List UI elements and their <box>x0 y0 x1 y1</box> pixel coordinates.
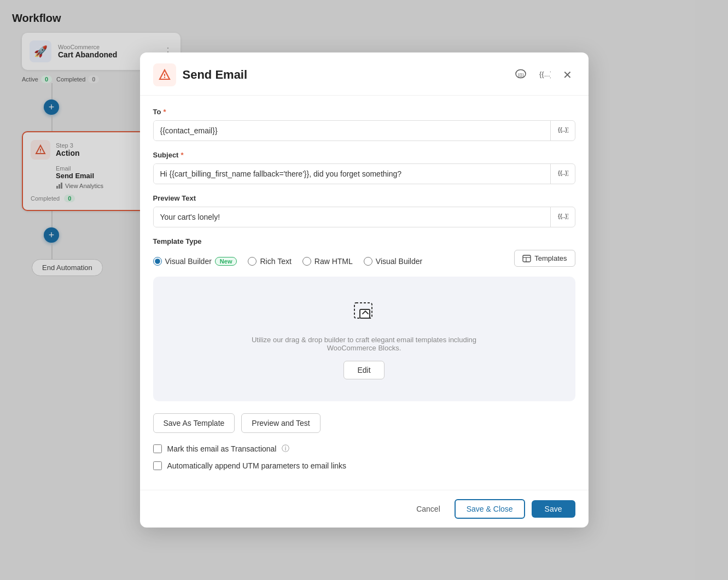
radio-rich-text-label: Rich Text <box>260 257 291 266</box>
utm-checkbox-row: Automatically append UTM parameters to e… <box>153 461 575 470</box>
to-input-row: {{..}} <box>153 120 575 141</box>
modal-header-actions: {{}} {{...}} ✕ <box>511 66 575 84</box>
subject-input[interactable] <box>154 164 550 184</box>
modal-icon <box>153 63 176 86</box>
transactional-checkbox-row: Mark this email as Transactional ⓘ <box>153 444 575 454</box>
template-type-section: Template Type Visual Builder New Rich Te… <box>153 237 575 267</box>
to-required-star: * <box>163 108 166 116</box>
template-type-radio-group: Visual Builder New Rich Text Raw HTML <box>153 257 423 266</box>
code-header-button[interactable]: {{...}} <box>535 67 554 84</box>
to-merge-button[interactable]: {{..}} <box>550 121 575 140</box>
modal-header: Send Email {{}} {{...}} ✕ <box>140 52 589 96</box>
template-type-label: Template Type <box>153 237 575 245</box>
transactional-info-icon[interactable]: ⓘ <box>282 444 289 454</box>
radio-visual-builder-new-input[interactable] <box>153 257 162 266</box>
save-as-template-button[interactable]: Save As Template <box>153 413 235 433</box>
send-email-modal: Send Email {{}} {{...}} ✕ To * {{ <box>140 52 589 528</box>
radio-raw-html-label: Raw HTML <box>315 257 353 266</box>
utm-checkbox[interactable] <box>153 461 162 470</box>
modal-overlay: Send Email {{}} {{...}} ✕ To * {{ <box>0 0 728 580</box>
svg-text:{{..}}: {{..}} <box>558 213 568 219</box>
transactional-checkbox[interactable] <box>153 444 162 453</box>
modal-footer: Cancel Save & Close Save <box>140 490 589 528</box>
new-badge: New <box>215 257 237 266</box>
to-field-label: To * <box>153 108 575 116</box>
preview-text-label: Preview Text <box>153 194 575 202</box>
radio-raw-html[interactable]: Raw HTML <box>302 257 353 266</box>
cancel-button[interactable]: Cancel <box>409 500 448 518</box>
subject-input-row: {{..}} <box>153 163 575 184</box>
subject-required-star: * <box>180 151 183 159</box>
radio-visual-builder-new-label: Visual Builder <box>165 257 212 266</box>
preview-text-input[interactable] <box>154 207 550 227</box>
svg-text:{{..}}: {{..}} <box>558 127 568 133</box>
preview-text-merge-button[interactable]: {{..}} <box>550 207 575 227</box>
bottom-action-buttons: Save As Template Preview and Test <box>153 413 575 433</box>
radio-rich-text-input[interactable] <box>248 257 257 266</box>
svg-text:{{...}}: {{...}} <box>539 70 551 78</box>
svg-text:{{}}: {{}} <box>518 72 524 77</box>
preview-text-input-row: {{..}} <box>153 207 575 227</box>
svg-rect-15 <box>523 255 531 262</box>
radio-visual-builder-new[interactable]: Visual Builder New <box>153 257 237 266</box>
subject-merge-button[interactable]: {{..}} <box>550 164 575 184</box>
radio-visual-builder-label: Visual Builder <box>376 257 422 266</box>
utm-label: Automatically append UTM parameters to e… <box>167 461 347 470</box>
merge-tags-header-button[interactable]: {{}} <box>511 67 530 84</box>
drag-drop-icon <box>350 298 378 336</box>
radio-visual-builder[interactable]: Visual Builder <box>364 257 422 266</box>
editor-description: Utilize our drag & drop builder to craft… <box>228 336 501 352</box>
radio-rich-text[interactable]: Rich Text <box>248 257 291 266</box>
radio-raw-html-input[interactable] <box>302 257 311 266</box>
templates-button-label: Templates <box>534 254 567 262</box>
modal-body: To * {{..}} Subject * {{..}} <box>140 96 589 490</box>
modal-title: Send Email <box>183 68 505 82</box>
save-close-button[interactable]: Save & Close <box>455 499 525 519</box>
subject-field-label: Subject * <box>153 151 575 159</box>
svg-text:{{..}}: {{..}} <box>558 170 568 176</box>
radio-visual-builder-input[interactable] <box>364 257 372 266</box>
close-modal-button[interactable]: ✕ <box>560 66 575 84</box>
editor-area: Utilize our drag & drop builder to craft… <box>153 277 575 401</box>
templates-button[interactable]: Templates <box>514 250 575 267</box>
save-button[interactable]: Save <box>532 500 575 518</box>
transactional-label: Mark this email as Transactional <box>167 444 277 453</box>
preview-test-button[interactable]: Preview and Test <box>241 413 320 433</box>
edit-button[interactable]: Edit <box>343 361 384 379</box>
svg-point-8 <box>164 77 165 78</box>
to-input[interactable] <box>154 121 550 140</box>
